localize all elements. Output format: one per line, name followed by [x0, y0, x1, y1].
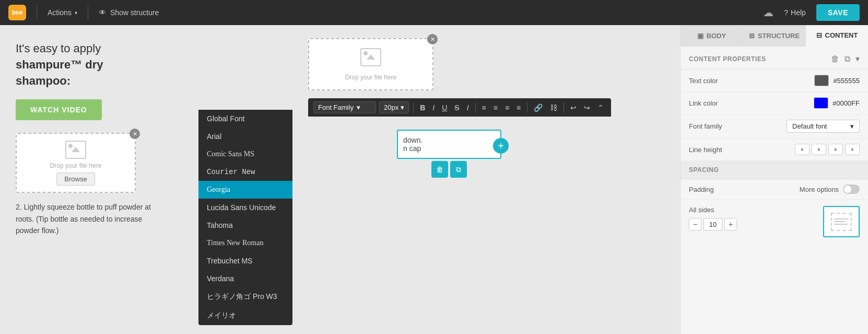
font-option-georgia[interactable]: Georgia [198, 181, 292, 199]
spacing-section-title: SPACING [681, 161, 868, 179]
font-option-comic[interactable]: Comic Sans MS [198, 145, 292, 163]
close-center-icon[interactable]: ✕ [427, 34, 438, 44]
all-sides-left: All sides − 10 + [689, 206, 737, 231]
actions-menu[interactable]: Actions ▾ [48, 8, 77, 17]
font-family-chevron-icon: ▾ [850, 122, 854, 130]
panel-body: Text color #555555 Link color #0000FF Fo… [681, 70, 868, 334]
link-color-swatch[interactable]: #0000FF [814, 97, 860, 109]
close-icon[interactable]: ✕ [130, 129, 140, 139]
text-color-row: Text color #555555 [681, 70, 868, 92]
more-options-toggle: More options [800, 185, 860, 194]
title-text2: shampure™ dry [16, 58, 103, 71]
link-color-box[interactable] [814, 97, 828, 109]
show-structure-label: Show structure [110, 8, 159, 17]
delete-icon[interactable]: 🗑 [831, 54, 839, 64]
font-size-select[interactable]: 20px ▾ [379, 101, 409, 113]
line-height-label: Line height [689, 146, 722, 154]
copy-block-button[interactable]: ⧉ [450, 161, 467, 178]
underline-button[interactable]: U [440, 102, 449, 113]
body-text: 2. Lightly squeeze bottle to puff powder… [16, 201, 162, 236]
body-tab-label: BODY [707, 32, 726, 40]
text-color-label: Text color [689, 77, 718, 85]
font-family-label: Font Family [318, 103, 354, 111]
canvas-area: It's easy to apply shampure™ dry shampoo… [0, 25, 680, 334]
browse-button[interactable]: Browse [56, 172, 95, 186]
font-option-global[interactable]: Global Font [198, 110, 292, 128]
preview-line1 [834, 218, 849, 220]
tab-structure[interactable]: ⊞ STRUCTURE [743, 25, 806, 46]
font-family-dropdown-btn[interactable]: Default font ▾ [787, 120, 860, 133]
left-content-block: It's easy to apply shampure™ dry shampoo… [16, 41, 172, 237]
chevron-down-icon[interactable]: ▾ [855, 54, 860, 64]
text-color-swatch[interactable]: #555555 [814, 75, 860, 86]
align-justify-button[interactable]: ≡ [514, 102, 523, 113]
top-nav: bee Actions ▾ 👁 Show structure ☁ ? Help … [0, 0, 868, 25]
font-option-tahoma[interactable]: Tahoma [198, 216, 292, 234]
font-option-courier[interactable]: Courier New [198, 163, 292, 181]
content-properties-header: CONTENT PROPERTIES 🗑 ⧉ ▾ [681, 47, 868, 70]
text-block[interactable]: down. n cap + 🗑 ⧉ [397, 130, 501, 159]
undo-button[interactable]: ↩ [568, 102, 579, 113]
drop-zone-center[interactable]: ✕ Drop your file here [308, 38, 433, 90]
drop-zone-left[interactable]: ✕ Drop your file here Browse [16, 133, 136, 193]
save-button[interactable]: SAVE [816, 4, 860, 21]
nav-divider [37, 5, 37, 20]
lh-btn3[interactable]: ≡ [828, 144, 843, 155]
panel-tabs: ▣ BODY ⊞ STRUCTURE ⊟ CONTENT [681, 25, 868, 47]
font-option-trebuchet[interactable]: Trebuchet MS [198, 252, 292, 270]
font-size-value: 20px [384, 103, 398, 111]
logo[interactable]: bee [8, 5, 26, 20]
add-block-button[interactable]: + [493, 138, 509, 154]
italic2-button[interactable]: I [465, 102, 471, 113]
expand-button[interactable]: ⌃ [595, 102, 606, 113]
italic-button[interactable]: I [430, 102, 437, 113]
all-sides-controls: − 10 + [689, 218, 737, 231]
cloud-icon[interactable]: ☁ [763, 6, 773, 19]
padding-label: Padding [689, 186, 714, 193]
nav-divider2 [88, 5, 88, 20]
text-partial2: n cap [403, 144, 495, 153]
copy-icon[interactable]: ⧉ [844, 54, 850, 64]
redo-button[interactable]: ↪ [582, 102, 592, 113]
bold-button[interactable]: B [418, 102, 427, 113]
font-option-times[interactable]: Times New Roman [198, 234, 292, 252]
font-option-lucida[interactable]: Lucida Sans Unicode [198, 199, 292, 216]
toolbar-separator1 [413, 102, 414, 113]
logo-text: bee [12, 9, 23, 16]
watch-video-button[interactable]: WATCH VIDEO [16, 99, 102, 120]
font-option-verdana[interactable]: Verdana [198, 270, 292, 287]
all-sides-row: All sides − 10 + [681, 200, 868, 244]
section-title: CONTENT PROPERTIES [689, 55, 766, 63]
preview-line3 [834, 224, 848, 225]
all-sides-plus-btn[interactable]: + [724, 218, 737, 231]
font-option-hiragino[interactable]: ヒラギノ角ゴ Pro W3 [198, 287, 292, 306]
lh-btn4[interactable]: ≡ [845, 144, 860, 155]
font-family-arrow-icon: ▾ [357, 103, 360, 111]
all-sides-minus-btn[interactable]: − [689, 218, 701, 231]
font-family-panel-value: Default font [792, 122, 827, 130]
line-height-row: Line height ≡ ≡ ≡ ≡ [681, 139, 868, 161]
align-right-button[interactable]: ≡ [503, 102, 511, 113]
link-button[interactable]: 🔗 [532, 102, 545, 113]
padding-preview [823, 206, 860, 237]
help-btn[interactable]: ? Help [784, 8, 806, 17]
lh-btn1[interactable]: ≡ [795, 144, 810, 155]
more-options-switch[interactable] [843, 185, 860, 194]
text-color-box[interactable] [814, 75, 829, 86]
block-action-buttons: 🗑 ⧉ [431, 161, 467, 178]
delete-block-button[interactable]: 🗑 [431, 161, 448, 178]
show-structure-btn[interactable]: 👁 Show structure [99, 8, 159, 17]
strikethrough-button[interactable]: S [452, 102, 461, 113]
font-family-select[interactable]: Font Family ▾ [313, 101, 376, 113]
font-family-panel-label: Font family [689, 122, 722, 130]
actions-label: Actions [48, 8, 72, 17]
unlink-button[interactable]: ⛓ [548, 102, 559, 113]
tab-body[interactable]: ▣ BODY [681, 25, 743, 46]
nav-right: ☁ ? Help SAVE [763, 4, 860, 21]
font-option-arial[interactable]: Arial [198, 128, 292, 145]
lh-btn2[interactable]: ≡ [812, 144, 826, 155]
font-option-meiryo[interactable]: メイリオ [198, 306, 292, 325]
align-left-button[interactable]: ≡ [480, 102, 488, 113]
tab-content[interactable]: ⊟ CONTENT [806, 25, 868, 47]
align-center-button[interactable]: ≡ [491, 102, 500, 113]
